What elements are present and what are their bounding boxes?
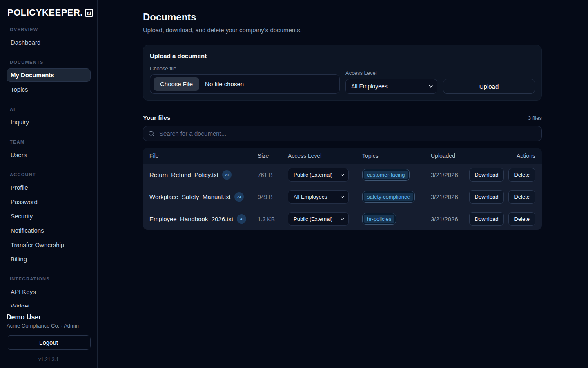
- user-block: Demo User Acme Compliance Co. · Admin Lo…: [0, 307, 97, 362]
- file-cell: Workplace_Safety_Manual.txt AI: [149, 192, 258, 202]
- row-access-select[interactable]: All Employees: [288, 190, 349, 204]
- column-header-topics: Topics: [362, 153, 431, 159]
- sidebar-item-topics[interactable]: Topics: [7, 83, 91, 96]
- column-header-access-level: Access Level: [288, 153, 362, 159]
- app-window: POLICYKEEPER. ai OVERVIEW Dashboard DOCU…: [0, 0, 588, 368]
- sidebar-section-label: TEAM: [10, 139, 87, 144]
- file-name: Employee_Handbook_2026.txt: [149, 215, 233, 222]
- upload-card: Upload a document Choose file Choose Fil…: [143, 45, 542, 101]
- sidebar-item-billing[interactable]: Billing: [7, 252, 91, 266]
- download-button[interactable]: Download: [469, 212, 504, 226]
- access-cell: Public (External): [288, 212, 362, 226]
- search-input[interactable]: [158, 130, 537, 137]
- actions-cell: Download Delete: [473, 190, 535, 204]
- access-cell: All Employees: [288, 190, 362, 204]
- sidebar-item-my-documents[interactable]: My Documents: [7, 68, 91, 82]
- uploaded-date: 3/21/2026: [431, 215, 473, 222]
- sidebar-nav: OVERVIEW Dashboard DOCUMENTS My Document…: [7, 18, 91, 307]
- sidebar-item-users[interactable]: Users: [7, 148, 91, 162]
- sidebar-section: INTEGRATIONS API Keys Widget: [7, 276, 91, 307]
- delete-button[interactable]: Delete: [508, 168, 535, 182]
- sidebar-section-label: OVERVIEW: [10, 27, 87, 32]
- sidebar-item-api-keys[interactable]: API Keys: [7, 285, 91, 298]
- file-input[interactable]: Choose File No file chosen: [150, 74, 340, 94]
- brand-logo: POLICYKEEPER. ai: [7, 7, 91, 18]
- logout-button[interactable]: Logout: [7, 335, 91, 350]
- upload-card-title: Upload a document: [150, 52, 535, 59]
- sidebar-section-label: AI: [10, 107, 87, 112]
- upload-button[interactable]: Upload: [443, 79, 535, 94]
- search-box[interactable]: [143, 126, 542, 141]
- download-button[interactable]: Download: [469, 168, 504, 182]
- delete-button[interactable]: Delete: [508, 212, 535, 226]
- column-header-uploaded: Uploaded: [431, 153, 473, 159]
- row-access-select[interactable]: Public (External): [288, 168, 349, 182]
- file-name: Workplace_Safety_Manual.txt: [149, 193, 231, 200]
- table-row: Employee_Handbook_2026.txt AI 1.3 KB Pub…: [143, 208, 542, 230]
- brand-ai-badge: ai: [85, 9, 93, 17]
- sidebar-section-label: ACCOUNT: [10, 172, 87, 177]
- file-size: 949 B: [258, 194, 288, 200]
- file-cell: Return_Refund_Policy.txt AI: [149, 170, 258, 180]
- search-icon: [148, 130, 155, 137]
- sidebar-item-widget[interactable]: Widget: [7, 299, 91, 307]
- ai-badge: AI: [222, 170, 232, 180]
- topic-badge[interactable]: hr-policies: [362, 213, 396, 225]
- user-name: Demo User: [7, 314, 91, 321]
- sidebar-item-notifications[interactable]: Notifications: [7, 224, 91, 237]
- choose-file-label: Choose file: [150, 65, 340, 72]
- choose-file-button[interactable]: Choose File: [154, 77, 199, 91]
- sidebar-item-dashboard[interactable]: Dashboard: [7, 36, 91, 49]
- row-access-select[interactable]: Public (External): [288, 212, 349, 226]
- file-status-text: No file chosen: [205, 81, 244, 88]
- sidebar-item-profile[interactable]: Profile: [7, 181, 91, 194]
- sidebar-item-transfer-ownership[interactable]: Transfer Ownership: [7, 238, 91, 251]
- sidebar-section-label: DOCUMENTS: [10, 60, 87, 65]
- files-table: File Size Access Level Topics Uploaded A…: [143, 148, 542, 230]
- table-row: Return_Refund_Policy.txt AI 761 B Public…: [143, 164, 542, 186]
- ai-badge: AI: [237, 214, 246, 224]
- ai-badge: AI: [234, 192, 244, 202]
- table-header: File Size Access Level Topics Uploaded A…: [143, 148, 542, 164]
- files-section-title: Your files: [143, 114, 170, 121]
- topics-cell: hr-policies: [362, 213, 431, 225]
- user-meta: Acme Compliance Co. · Admin: [7, 323, 91, 329]
- table-row: Workplace_Safety_Manual.txt AI 949 B All…: [143, 186, 542, 208]
- uploaded-date: 3/21/2026: [431, 171, 473, 178]
- file-name: Return_Refund_Policy.txt: [149, 171, 218, 178]
- page-subtitle: Upload, download, and delete your compan…: [143, 27, 542, 34]
- delete-button[interactable]: Delete: [508, 190, 535, 204]
- topics-cell: safety-compliance: [362, 191, 431, 203]
- sidebar-section: OVERVIEW Dashboard: [7, 27, 91, 49]
- main-content: Documents Upload, download, and delete y…: [98, 0, 588, 368]
- sidebar-section-label: INTEGRATIONS: [10, 276, 87, 281]
- actions-cell: Download Delete: [473, 168, 535, 182]
- sidebar-section: ACCOUNT Profile Password Security Notifi…: [7, 172, 91, 266]
- app-version: v1.21.3.1: [7, 357, 91, 362]
- sidebar-section: TEAM Users: [7, 139, 91, 162]
- file-size: 761 B: [258, 172, 288, 178]
- sidebar: POLICYKEEPER. ai OVERVIEW Dashboard DOCU…: [0, 0, 98, 368]
- access-cell: Public (External): [288, 168, 362, 182]
- file-size: 1.3 KB: [258, 216, 288, 222]
- topic-badge[interactable]: safety-compliance: [362, 191, 415, 203]
- page-title: Documents: [143, 11, 542, 23]
- uploaded-date: 3/21/2026: [431, 193, 473, 200]
- sidebar-item-inquiry[interactable]: Inquiry: [7, 115, 91, 129]
- topic-badge[interactable]: customer-facing: [362, 169, 410, 181]
- sidebar-item-password[interactable]: Password: [7, 195, 91, 209]
- table-body: Return_Refund_Policy.txt AI 761 B Public…: [143, 164, 542, 230]
- files-count: 3 files: [528, 115, 542, 121]
- topics-cell: customer-facing: [362, 169, 431, 181]
- column-header-file: File: [149, 153, 258, 159]
- file-cell: Employee_Handbook_2026.txt AI: [149, 214, 258, 224]
- sidebar-section: DOCUMENTS My Documents Topics: [7, 60, 91, 96]
- column-header-actions: Actions: [473, 153, 535, 159]
- column-header-size: Size: [258, 153, 288, 159]
- download-button[interactable]: Download: [469, 190, 504, 204]
- sidebar-section: AI Inquiry: [7, 107, 91, 129]
- upload-access-select[interactable]: All Employees: [345, 79, 437, 94]
- brand-name: POLICYKEEPER.: [7, 7, 83, 18]
- actions-cell: Download Delete: [473, 212, 535, 226]
- sidebar-item-security[interactable]: Security: [7, 209, 91, 223]
